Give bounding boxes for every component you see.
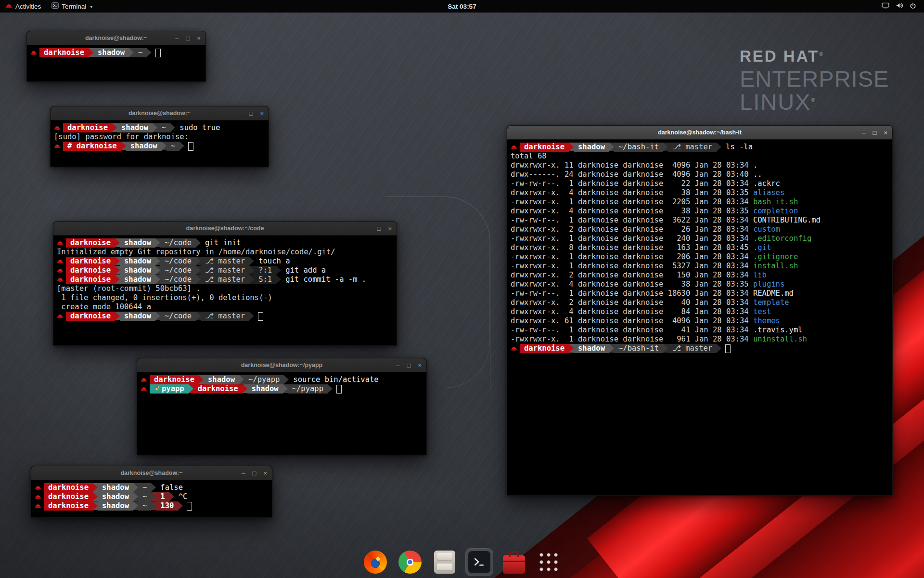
window-titlebar[interactable]: darknoise@shadow:~–□× <box>31 466 272 480</box>
terminal-ls-line: drwxrwxr-x. 61 darknoise darknoise 4096 … <box>511 316 889 326</box>
dock-item-firefox[interactable] <box>361 548 389 576</box>
dock-item-terminal[interactable] <box>465 548 493 576</box>
powerline-separator-icon <box>93 483 98 492</box>
terminal-cursor <box>725 344 731 353</box>
ls-file-meta: -rw-rw-r--. 1 darknoise darknoise 22 Jan… <box>511 179 753 188</box>
system-status-area[interactable] <box>878 0 920 13</box>
terminal-ls-line: drwxrwxr-x. 4 darknoise darknoise 38 Jan… <box>511 207 889 216</box>
redhat-prompt-icon <box>57 238 64 248</box>
powerline-separator-icon <box>115 312 120 320</box>
volume-icon[interactable] <box>896 2 903 10</box>
dock-item-software[interactable] <box>500 548 528 576</box>
prompt-segment-gitstat: ?:1 <box>254 266 276 275</box>
ls-file-name: bash_it.sh <box>753 197 798 206</box>
prompt-segment-host: shadow <box>98 492 133 501</box>
prompt-segment-host: shadow <box>117 123 153 132</box>
terminal-window-exitcodes[interactable]: darknoise@shadow:~–□×darknoiseshadow~fal… <box>31 466 272 518</box>
close-button[interactable]: × <box>884 130 887 136</box>
powerline-separator-icon <box>283 384 288 393</box>
terminal-ls-line: -rwxrwxr-x. 1 darknoise darknoise 5327 J… <box>511 262 889 271</box>
window-titlebar[interactable]: darknoise@shadow:~/bash-it–□× <box>507 126 892 140</box>
chrome-icon <box>398 551 422 574</box>
window-controls: –□× <box>396 358 422 372</box>
powerline-separator-icon <box>115 266 120 275</box>
terminal-ls-line: -rw-rw-r--. 1 darknoise darknoise 3622 J… <box>511 216 889 225</box>
maximize-button[interactable]: □ <box>253 470 257 476</box>
terminal-screen[interactable]: darknoiseshadow~sudo true[sudo] password… <box>51 120 269 154</box>
redhat-prompt-icon <box>30 48 37 57</box>
maximize-button[interactable]: □ <box>873 130 877 136</box>
powerline-separator-icon <box>328 384 333 393</box>
prompt-segment-path: ~/code <box>160 266 196 275</box>
terminal-screen[interactable]: darknoiseshadow~/bash-it⎇ masterls -lato… <box>507 140 892 356</box>
terminal-screen[interactable]: darknoiseshadow~falsedarknoiseshadow~1^C… <box>31 480 272 513</box>
terminal-ls-line: drwxrwxr-x. 11 darknoise darknoise 4096 … <box>511 161 889 170</box>
prompt-segment-host: shadow <box>93 48 129 57</box>
prompt-segment-git: ⎇ master <box>201 266 249 275</box>
window-titlebar[interactable]: darknoise@shadow:~/pyapp–□× <box>137 358 426 372</box>
redhat-logo-icon <box>5 3 13 10</box>
prompt-segment-path: ~ <box>138 501 151 511</box>
prompt-segment-user: darknoise <box>66 275 115 284</box>
terminal-output-line: total 68 <box>511 152 889 161</box>
close-button[interactable]: × <box>260 110 264 117</box>
clock[interactable]: Sat 03:57 <box>448 0 476 13</box>
terminal-window-sudo[interactable]: darknoise@shadow:~–□×darknoiseshadow~sud… <box>50 106 269 167</box>
maximize-button[interactable]: □ <box>186 35 190 41</box>
ls-file-meta: drwxrwxr-x. 4 darknoise darknoise 84 Jan… <box>511 307 753 316</box>
terminal-prompt-line: darknoiseshadow~false <box>35 483 269 492</box>
terminal-prompt-line: darknoiseshadow~/bash-it⎇ master <box>511 344 889 353</box>
ls-file-name: template <box>753 298 789 307</box>
ls-file-meta: drwxrwxr-x. 4 darknoise darknoise 38 Jan… <box>511 280 753 289</box>
window-title: darknoise@shadow:~ <box>51 106 269 120</box>
terminal-cursor <box>258 312 263 321</box>
app-menu-terminal[interactable]: Terminal ▾ <box>46 0 98 13</box>
powerline-separator-icon <box>155 266 160 275</box>
dock-item-files[interactable] <box>431 548 459 576</box>
prompt-segment-user: darknoise <box>66 238 115 248</box>
close-button[interactable]: × <box>388 225 392 232</box>
terminal-ls-line: -rw-rw-r--. 1 darknoise darknoise 18630 … <box>511 289 889 298</box>
minimize-button[interactable]: – <box>238 110 242 117</box>
dock-item-chrome[interactable] <box>396 548 424 576</box>
terminal-screen[interactable]: darknoiseshadow~ <box>27 45 205 60</box>
maximize-button[interactable]: □ <box>249 110 253 117</box>
top-bar: Activities Terminal ▾ Sat 03:57 <box>0 0 924 13</box>
terminal-screen[interactable]: darknoiseshadow~/pyappsource bin/activat… <box>137 372 426 396</box>
window-titlebar[interactable]: darknoise@shadow:~–□× <box>51 106 269 120</box>
terminal-window-home-small[interactable]: darknoise@shadow:~–□×darknoiseshadow~ <box>26 31 206 82</box>
close-button[interactable]: × <box>263 470 267 476</box>
powerline-separator-icon <box>151 492 156 501</box>
close-button[interactable]: × <box>418 362 422 368</box>
minimize-button[interactable]: – <box>175 35 179 41</box>
close-button[interactable]: × <box>197 35 201 41</box>
minimize-button[interactable]: – <box>366 225 370 232</box>
powerline-separator-icon <box>717 344 721 353</box>
terminal-window-code[interactable]: darknoise@shadow:~/code–□×darknoiseshado… <box>53 221 397 346</box>
terminal-ls-line: drwxrwxr-x. 4 darknoise darknoise 38 Jan… <box>511 280 889 289</box>
files-icon <box>434 551 455 574</box>
minimize-button[interactable]: – <box>242 470 245 476</box>
window-titlebar[interactable]: darknoise@shadow:~–□× <box>27 31 205 45</box>
dock-item-app-grid[interactable] <box>535 548 563 576</box>
terminal-prompt-line: darknoiseshadow~/code⎇ master <box>57 312 393 321</box>
maximize-button[interactable]: □ <box>407 362 411 368</box>
activities-button[interactable]: Activities <box>0 0 46 13</box>
powerline-separator-icon <box>133 492 138 501</box>
terminal-screen[interactable]: darknoiseshadow~/codegit initInitialized… <box>53 236 397 324</box>
minimize-button[interactable]: – <box>862 130 865 136</box>
powerline-separator-icon <box>121 142 126 150</box>
window-title: darknoise@shadow:~/pyapp <box>137 358 426 372</box>
terminal-window-pyapp[interactable]: darknoise@shadow:~/pyapp–□×darknoiseshad… <box>137 358 427 455</box>
window-titlebar[interactable]: darknoise@shadow:~/code–□× <box>53 222 397 236</box>
redhat-prompt-icon <box>141 384 147 394</box>
powerline-separator-icon <box>196 238 201 247</box>
terminal-window-bash-it[interactable]: darknoise@shadow:~/bash-it–□×darknoisesh… <box>507 125 893 496</box>
prompt-segment-gitstat: S:1 <box>254 275 276 284</box>
ls-file-name: . <box>753 161 757 170</box>
prompt-segment-path: ~/code <box>160 275 196 284</box>
minimize-button[interactable]: – <box>396 362 399 368</box>
power-icon[interactable] <box>910 2 916 11</box>
maximize-button[interactable]: □ <box>377 225 381 232</box>
display-icon[interactable] <box>882 2 889 10</box>
